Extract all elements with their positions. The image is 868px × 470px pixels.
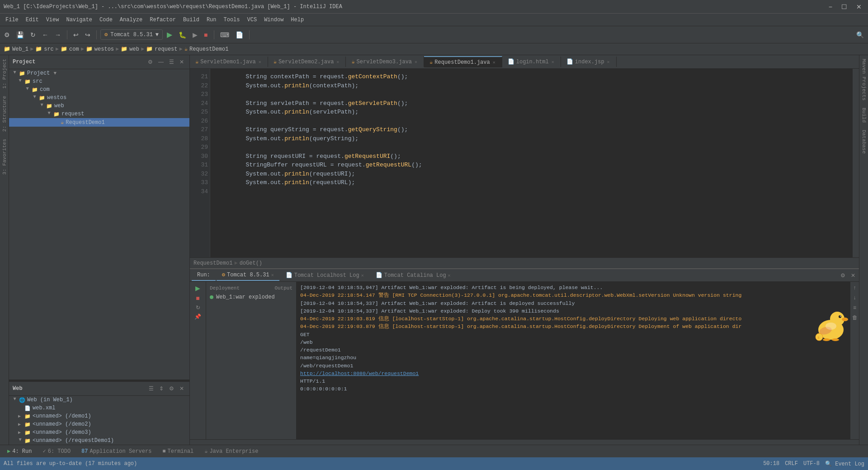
tab-servletdemo1-close[interactable]: ✕ [258, 59, 262, 65]
menu-run[interactable]: Run [203, 15, 220, 25]
web-panel-sort-btn[interactable]: ⇕ [157, 385, 165, 393]
maximize-button[interactable]: ☐ [839, 2, 850, 11]
tree-requestdemo1[interactable]: ☕ RequestDemo1 [9, 118, 189, 127]
clear-output-btn[interactable]: 🗑 [851, 313, 859, 322]
menu-tools[interactable]: Tools [220, 15, 244, 25]
run-close-btn[interactable]: ✕ [849, 271, 857, 280]
scroll-down-btn[interactable]: ↓ [853, 294, 857, 302]
rerun-btn[interactable]: ↻ [195, 304, 201, 312]
tab-servletdemo1[interactable]: ☕ ServletDemo1.java ✕ [190, 57, 268, 67]
code-editor[interactable]: 21 22 23 24 25 26 27 28 29 30 31 32 33 3… [190, 69, 859, 257]
menu-window[interactable]: Window [260, 15, 287, 25]
tab-login[interactable]: 📄 login.html ✕ [502, 57, 561, 67]
terminal-btn[interactable]: 📄 [233, 30, 245, 40]
run-tab-localhost-close[interactable]: ✕ [361, 273, 364, 278]
tab-requestdemo1[interactable]: ☕ RequestDemo1.java ✕ [424, 56, 502, 67]
breadcrumb-com-label[interactable]: com [69, 46, 79, 52]
tree-webxml[interactable]: 📄 web.xml [9, 404, 189, 412]
run-tab-catalina-close[interactable]: ✕ [448, 273, 451, 278]
app-servers-tab[interactable]: 87 Application Servers [76, 446, 157, 456]
menu-file[interactable]: File [2, 15, 22, 25]
toolbar-save-btn[interactable]: 💾 [14, 30, 26, 40]
event-log-btn[interactable]: 🔍 Event Log [825, 461, 864, 467]
breadcrumb-file[interactable]: ☕ [184, 46, 188, 52]
tree-web[interactable]: ▶ 📁 web [9, 102, 189, 110]
favorites-tab[interactable]: 3: Favorites [1, 135, 8, 178]
stop-button[interactable]: ■ [202, 30, 210, 40]
menu-vcs[interactable]: VCS [244, 15, 261, 25]
tab-servletdemo2-close[interactable]: ✕ [335, 59, 340, 65]
tree-src[interactable]: ▶ 📁 src [9, 77, 189, 85]
run-horizontal-scroll[interactable] [190, 439, 859, 445]
project-tab[interactable]: 1: Project [1, 55, 8, 92]
tree-web-root[interactable]: ▶ 🌐 Web (in Web_1) [9, 396, 189, 404]
menu-view[interactable]: View [42, 15, 63, 25]
tree-com[interactable]: ▶ 📁 com [9, 85, 189, 94]
toolbar-settings-btn[interactable]: ⚙ [2, 30, 12, 40]
pin-btn[interactable]: 📌 [193, 313, 202, 321]
close-button[interactable]: ✕ [854, 2, 864, 11]
structure-tab[interactable]: 2: Structure [1, 92, 8, 135]
tree-demo3[interactable]: ▶ 📁 <unnamed> (/demo3) [9, 428, 189, 437]
line-ending-indicator[interactable]: CRLF [785, 461, 798, 467]
terminal-bottom-tab[interactable]: ■ Terminal [157, 446, 199, 456]
tab-servletdemo3-close[interactable]: ✕ [414, 59, 418, 65]
tab-servletdemo3[interactable]: ☕ ServletDemo3.java ✕ [346, 57, 424, 67]
run-tab-localhost-log[interactable]: 📄 Tomcat Localhost Log ✕ [280, 270, 369, 280]
window-controls[interactable]: − ☐ ✕ [826, 2, 864, 11]
tree-requestdemo1-web[interactable]: ▶ 📁 <unnamed> (/requestDemo1) [9, 437, 189, 445]
breadcrumb-web-label[interactable]: web [129, 46, 139, 52]
todo-bottom-tab[interactable]: ✓ 6: TODO [37, 446, 76, 456]
tomcat-config-dropdown[interactable]: ⚙ Tomcat 8.5.31 ▼ [100, 29, 163, 40]
breadcrumb-westos[interactable]: 📁 [86, 46, 93, 52]
output-line-12[interactable]: http://localhost:8080/web/requestDemo1 [300, 370, 846, 377]
minimize-button[interactable]: − [826, 2, 835, 11]
run-tab-catalina-log[interactable]: 📄 Tomcat Catalina Log ✕ [370, 270, 456, 280]
database-tab[interactable]: Database [860, 126, 868, 157]
menu-code[interactable]: Code [96, 15, 116, 25]
breadcrumb-web[interactable]: 📁 [121, 46, 127, 52]
breadcrumb-web1-label[interactable]: Web_1 [12, 46, 28, 52]
run-bottom-tab[interactable]: ▶ 4: Run [2, 446, 37, 456]
scroll-up-btn[interactable]: ↑ [853, 284, 857, 292]
menu-refactor[interactable]: Refactor [146, 15, 179, 25]
encoding-indicator[interactable]: UTF-8 [803, 461, 820, 467]
run-settings-btn[interactable]: ⚙ [839, 271, 847, 280]
tree-demo2[interactable]: ▶ 📁 <unnamed> (/demo2) [9, 420, 189, 428]
tree-demo1[interactable]: ▶ 📁 <unnamed> (/demo1) [9, 412, 189, 420]
breadcrumb-request-label[interactable]: request [155, 46, 177, 52]
run-tab-tomcat-close[interactable]: ✕ [271, 272, 274, 278]
tab-servletdemo2[interactable]: ☕ ServletDemo2.java ✕ [268, 57, 346, 67]
project-collapse-btn[interactable]: — [156, 58, 165, 66]
menu-build[interactable]: Build [179, 15, 203, 25]
editor-scrollbar[interactable] [853, 69, 859, 257]
toolbar-back-btn[interactable]: ← [40, 30, 51, 40]
position-indicator[interactable]: 50:18 [763, 461, 779, 467]
tree-westos[interactable]: ▶ 📁 westos [9, 94, 189, 102]
tab-requestdemo1-close[interactable]: ✕ [492, 60, 496, 65]
tab-index[interactable]: 📄 index.jsp ✕ [561, 57, 617, 67]
coverage-button[interactable]: ▶ [190, 30, 200, 40]
java-enterprise-tab[interactable]: ☕ Java Enterprise [199, 446, 264, 456]
project-gear-icon[interactable]: ⚙ [146, 58, 155, 66]
run-button[interactable]: ▶ [165, 29, 175, 40]
server-item[interactable]: Web_1:war exploded [210, 293, 292, 302]
breadcrumb-src-label[interactable]: src [44, 46, 54, 52]
run-tab-tomcat[interactable]: ⚙ Tomcat 8.5.31 ✕ [217, 270, 279, 281]
web-panel-close-btn[interactable]: ✕ [178, 385, 186, 393]
tree-project-root[interactable]: ▶ 📁 Project ▼ [9, 69, 189, 77]
build-project-btn[interactable]: ⌨ [218, 30, 231, 40]
project-settings-btn[interactable]: ☰ [167, 58, 176, 66]
toolbar-undo-btn[interactable]: ↩ [71, 30, 81, 40]
breadcrumb-file-label[interactable]: RequestDemo1 [189, 46, 228, 52]
menu-analyze[interactable]: Analyze [116, 15, 146, 25]
build-tab[interactable]: Build [860, 104, 868, 126]
tree-request[interactable]: ▶ 📁 request [9, 110, 189, 118]
localhost-link[interactable]: http://localhost:8080/web/requestDemo1 [300, 370, 419, 376]
project-close-btn[interactable]: ✕ [178, 58, 186, 66]
stop-run-btn[interactable]: ■ [195, 294, 200, 303]
menu-help[interactable]: Help [287, 15, 307, 25]
menu-navigate[interactable]: Navigate [62, 15, 96, 25]
search-everywhere-btn[interactable]: 🔍 [854, 30, 866, 40]
restart-btn[interactable]: ▶ [194, 284, 201, 293]
